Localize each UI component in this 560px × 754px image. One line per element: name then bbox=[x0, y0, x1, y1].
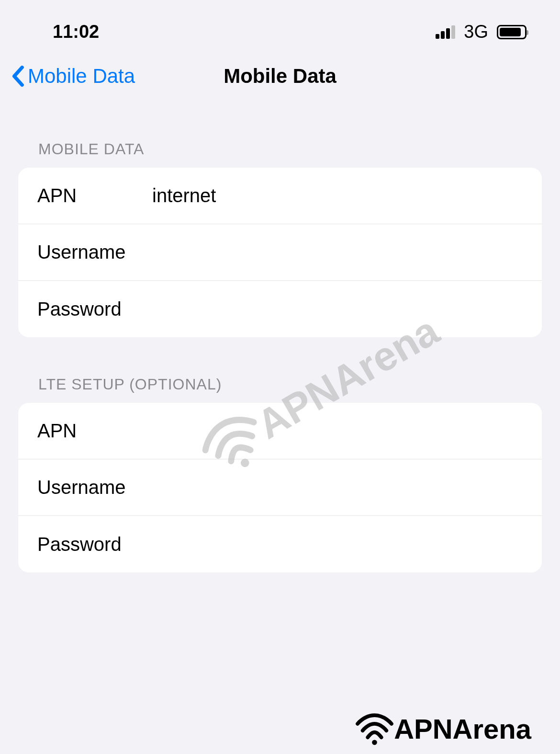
label-lte-username: Username bbox=[37, 477, 152, 498]
status-bar: 11:02 3G bbox=[0, 0, 560, 46]
row-apn[interactable]: APN bbox=[18, 168, 542, 224]
row-password[interactable]: Password bbox=[18, 281, 542, 337]
input-username[interactable] bbox=[152, 240, 523, 265]
status-indicators: 3G bbox=[436, 22, 526, 42]
chevron-left-icon bbox=[11, 66, 24, 87]
wifi-icon bbox=[354, 708, 395, 749]
input-password[interactable] bbox=[152, 297, 523, 322]
row-lte-username[interactable]: Username bbox=[18, 459, 542, 516]
label-apn: APN bbox=[37, 185, 152, 206]
input-apn[interactable] bbox=[152, 183, 523, 208]
input-lte-password[interactable] bbox=[152, 532, 523, 557]
section-header-mobile-data: MOBILE DATA bbox=[0, 140, 560, 168]
label-lte-apn: APN bbox=[37, 420, 152, 442]
label-password: Password bbox=[37, 298, 152, 320]
network-type: 3G bbox=[464, 22, 488, 42]
input-lte-apn[interactable] bbox=[152, 418, 523, 444]
back-button[interactable]: Mobile Data bbox=[11, 65, 135, 88]
row-username[interactable]: Username bbox=[18, 224, 542, 281]
label-lte-password: Password bbox=[37, 534, 152, 555]
section-lte-setup: LTE SETUP (OPTIONAL) APN Username Passwo… bbox=[0, 376, 560, 572]
status-time: 11:02 bbox=[53, 22, 99, 42]
row-lte-password[interactable]: Password bbox=[18, 516, 542, 572]
card-mobile-data: APN Username Password bbox=[18, 168, 542, 337]
row-lte-apn[interactable]: APN bbox=[18, 403, 542, 459]
svg-point-1 bbox=[372, 740, 377, 745]
section-mobile-data: MOBILE DATA APN Username Password bbox=[0, 140, 560, 337]
section-header-lte-setup: LTE SETUP (OPTIONAL) bbox=[0, 376, 560, 403]
input-lte-username[interactable] bbox=[152, 475, 523, 500]
footer-logo: APNArena bbox=[354, 708, 531, 749]
back-label: Mobile Data bbox=[28, 65, 135, 88]
battery-icon bbox=[497, 25, 526, 39]
label-username: Username bbox=[37, 241, 152, 263]
navigation-bar: Mobile Data Mobile Data bbox=[0, 46, 560, 102]
card-lte-setup: APN Username Password bbox=[18, 403, 542, 572]
signal-icon bbox=[436, 25, 455, 39]
